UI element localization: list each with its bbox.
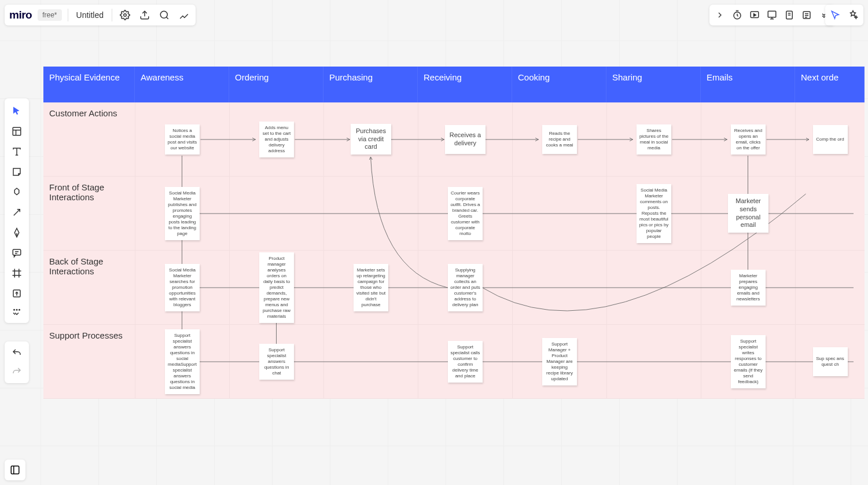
cell-cust-aware[interactable]: Notices a social media post and visits o… bbox=[135, 102, 229, 177]
sticky-cust-email[interactable]: Receives and opens an email, clicks on t… bbox=[731, 124, 766, 155]
reactions-icon[interactable] bbox=[846, 8, 860, 22]
sticky-supp-email[interactable]: Support specialist writes responses to c… bbox=[731, 335, 766, 388]
column-header-aware[interactable]: Awareness bbox=[135, 67, 229, 102]
text-tool[interactable] bbox=[8, 142, 26, 161]
cell-back-aware[interactable]: Social Media Marketer searches for promo… bbox=[135, 251, 229, 325]
cell-supp-next[interactable]: Sup spec ans quest ch bbox=[795, 325, 865, 399]
connector-tool[interactable] bbox=[8, 203, 26, 222]
cell-back-purch[interactable]: Marketer sets up retargeting campaign fo… bbox=[323, 251, 418, 325]
sticky-cust-order[interactable]: Adds menu set to the cart and adjusts de… bbox=[259, 122, 294, 157]
cell-cust-next[interactable]: Comp the ord bbox=[795, 102, 865, 177]
cell-cust-share[interactable]: Shares pictures of the meal in social me… bbox=[606, 102, 701, 177]
undo-button[interactable] bbox=[8, 344, 26, 362]
cell-supp-aware[interactable]: Support specialist answers questions in … bbox=[135, 325, 229, 399]
column-header-phys[interactable]: Physical Evidence bbox=[43, 67, 135, 102]
sticky-back-order[interactable]: Product manager analyses orders on daily… bbox=[259, 252, 294, 323]
cell-supp-cook[interactable]: Support Manager + Product Manager are ke… bbox=[512, 325, 606, 399]
cell-back-recv[interactable]: Supplying manager collects an order and … bbox=[418, 251, 512, 325]
cell-cust-email[interactable]: Receives and opens an email, clicks on t… bbox=[701, 102, 795, 177]
settings-icon[interactable] bbox=[118, 8, 132, 22]
cell-front-purch[interactable] bbox=[323, 177, 418, 251]
sticky-cust-cook[interactable]: Reads the recipe and cooks a meal bbox=[542, 125, 577, 154]
column-header-email[interactable]: Emails bbox=[701, 67, 795, 102]
cell-front-recv[interactable]: Courier wears corporate outfit. Drives a… bbox=[418, 177, 512, 251]
column-header-cook[interactable]: Cooking bbox=[512, 67, 606, 102]
plug-icon[interactable] bbox=[177, 8, 191, 22]
column-header-purch[interactable]: Purchasing bbox=[323, 67, 418, 102]
sticky-cust-next[interactable]: Comp the ord bbox=[813, 125, 848, 154]
sticky-supp-recv[interactable]: Support specialist calls customer to con… bbox=[448, 341, 483, 383]
column-header-next[interactable]: Next orde bbox=[795, 67, 865, 102]
search-icon[interactable] bbox=[157, 8, 171, 22]
cell-back-cook[interactable] bbox=[512, 251, 606, 325]
sticky-back-recv[interactable]: Supplying manager collects an order and … bbox=[448, 264, 483, 311]
cell-front-share[interactable]: Social Media Marketer comments on posts.… bbox=[606, 177, 701, 251]
row-label-cust[interactable]: Customer Actions bbox=[43, 102, 135, 177]
sticky-cust-share[interactable]: Shares pictures of the meal in social me… bbox=[637, 124, 671, 155]
select-tool[interactable] bbox=[8, 102, 26, 120]
export-icon[interactable] bbox=[138, 8, 152, 22]
column-header-order[interactable]: Ordering bbox=[229, 67, 323, 102]
row-label-back[interactable]: Back of Stage Interactions bbox=[43, 251, 135, 325]
sticky-front-share[interactable]: Social Media Marketer comments on posts.… bbox=[637, 184, 671, 243]
sticky-front-aware[interactable]: Social Media Marketer publishes and prom… bbox=[165, 187, 200, 240]
more-tools[interactable] bbox=[8, 304, 26, 319]
chevron-right-icon[interactable] bbox=[713, 8, 727, 22]
sticky-cust-purch[interactable]: Purchases via credit card bbox=[351, 124, 391, 155]
cell-back-order[interactable]: Product manager analyses orders on daily… bbox=[229, 251, 323, 325]
cell-front-aware[interactable]: Social Media Marketer publishes and prom… bbox=[135, 177, 229, 251]
notes-icon[interactable] bbox=[782, 8, 796, 22]
list-icon[interactable] bbox=[800, 8, 814, 22]
cell-back-share[interactable] bbox=[606, 251, 701, 325]
board-title[interactable]: Untitled bbox=[74, 10, 106, 20]
sticky-cust-recv[interactable]: Receives a delivery bbox=[445, 125, 486, 154]
sticky-supp-cook[interactable]: Support Manager + Product Manager are ke… bbox=[542, 338, 577, 385]
sticky-back-purch[interactable]: Marketer sets up retargeting campaign fo… bbox=[354, 264, 388, 311]
cell-front-cook[interactable] bbox=[512, 177, 606, 251]
redo-button[interactable] bbox=[8, 362, 26, 381]
cell-supp-share[interactable] bbox=[606, 325, 701, 399]
plan-badge[interactable]: free* bbox=[38, 9, 61, 21]
sticky-back-email[interactable]: Marketer prepares engaging emails and ne… bbox=[731, 270, 766, 306]
cell-back-next[interactable] bbox=[795, 251, 865, 325]
templates-tool[interactable] bbox=[8, 122, 26, 141]
logo[interactable]: miro bbox=[9, 9, 32, 21]
divider bbox=[68, 9, 68, 21]
cell-cust-recv[interactable]: Receives a delivery bbox=[418, 102, 512, 177]
sticky-supp-order[interactable]: Support specialist answers questions in … bbox=[259, 344, 294, 380]
cell-supp-email[interactable]: Support specialist writes responses to c… bbox=[701, 325, 795, 399]
presentation-icon[interactable] bbox=[765, 8, 779, 22]
column-header-share[interactable]: Sharing bbox=[606, 67, 701, 102]
frame-tool[interactable] bbox=[8, 264, 26, 282]
cursor-tracking-icon[interactable] bbox=[829, 8, 843, 22]
cell-front-order[interactable] bbox=[229, 177, 323, 251]
shapes-tool[interactable] bbox=[8, 183, 26, 201]
sticky-cust-aware[interactable]: Notices a social media post and visits o… bbox=[165, 124, 200, 155]
cell-cust-cook[interactable]: Reads the recipe and cooks a meal bbox=[512, 102, 606, 177]
sticky-front-recv[interactable]: Courier wears corporate outfit. Drives a… bbox=[448, 187, 483, 240]
cell-supp-purch[interactable] bbox=[323, 325, 418, 399]
cell-front-next[interactable] bbox=[795, 177, 865, 251]
sticky-supp-next[interactable]: Sup spec ans quest ch bbox=[813, 347, 848, 376]
sticky-supp-aware[interactable]: Support specialist answers questions in … bbox=[165, 329, 200, 394]
cell-supp-recv[interactable]: Support specialist calls customer to con… bbox=[418, 325, 512, 399]
cell-cust-purch[interactable]: Purchases via credit card bbox=[323, 102, 418, 177]
sticky-tool[interactable] bbox=[8, 163, 26, 181]
timer-icon[interactable] bbox=[730, 8, 744, 22]
service-blueprint-board[interactable]: Physical EvidenceAwarenessOrderingPurcha… bbox=[43, 67, 868, 399]
svg-rect-7 bbox=[768, 11, 776, 17]
row-label-supp[interactable]: Support Processes bbox=[43, 325, 135, 399]
minimap-button[interactable] bbox=[5, 460, 25, 480]
cell-front-email[interactable]: Marketer sends personal email bbox=[701, 177, 795, 251]
present-icon[interactable] bbox=[748, 8, 762, 22]
sticky-front-email[interactable]: Marketer sends personal email bbox=[728, 194, 768, 233]
column-header-recv[interactable]: Receiving bbox=[418, 67, 512, 102]
comment-tool[interactable] bbox=[8, 244, 26, 262]
cell-back-email[interactable]: Marketer prepares engaging emails and ne… bbox=[701, 251, 795, 325]
pen-tool[interactable] bbox=[8, 223, 26, 242]
sticky-back-aware[interactable]: Social Media Marketer searches for promo… bbox=[165, 264, 200, 311]
cell-supp-order[interactable]: Support specialist answers questions in … bbox=[229, 325, 323, 399]
row-label-front[interactable]: Front of Stage Interactions bbox=[43, 177, 135, 251]
cell-cust-order[interactable]: Adds menu set to the cart and adjusts de… bbox=[229, 102, 323, 177]
upload-tool[interactable] bbox=[8, 284, 26, 303]
